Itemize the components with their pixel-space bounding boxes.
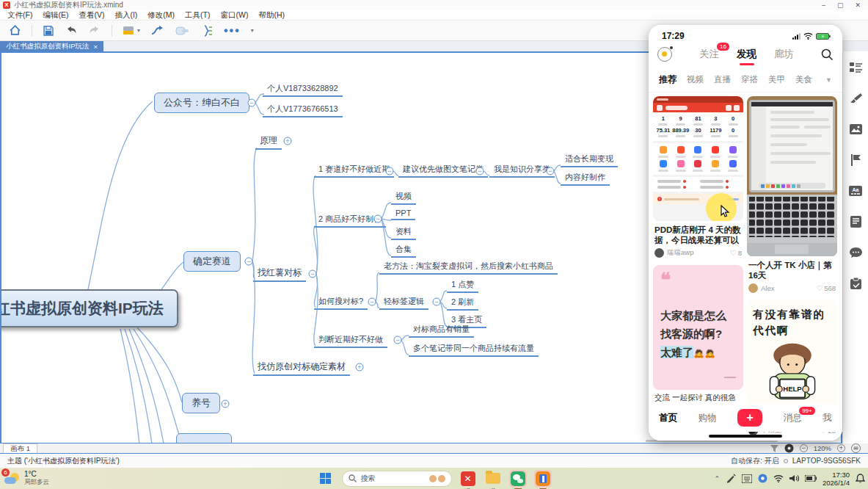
collapse-icon[interactable]: [309, 270, 317, 278]
home-indicator[interactable]: [709, 435, 782, 438]
mindmap-node-laofangfa[interactable]: 老方法：淘宝裂变虚拟词，然后搜索小红书商品: [379, 260, 558, 275]
more-tools-button[interactable]: •••: [224, 24, 241, 37]
redo-button[interactable]: [88, 25, 101, 37]
boundary-button[interactable]: [175, 25, 190, 37]
comment-icon[interactable]: [850, 247, 862, 258]
mindmap-node-ziliao[interactable]: 资料: [391, 225, 416, 240]
taskbar-mirror-app[interactable]: [534, 470, 552, 488]
like-button[interactable]: ♡568: [816, 284, 836, 292]
mindmap-node-zhaofang[interactable]: 找仿原创对标确定素材: [253, 360, 350, 376]
author-name[interactable]: Alex: [761, 284, 774, 292]
start-button[interactable]: [317, 470, 335, 488]
note-icon[interactable]: [850, 216, 861, 228]
undo-button[interactable]: [65, 25, 78, 37]
taskbar-explorer-app[interactable]: [484, 470, 502, 488]
taskbar-xmind-app[interactable]: ✕: [459, 470, 477, 488]
expand-icon[interactable]: [284, 137, 292, 145]
mindmap-node-duibiao-sales[interactable]: 对标商品有销量: [409, 323, 474, 338]
taskbar-clock[interactable]: 17:30 2026/1/4: [823, 471, 850, 487]
mindmap-node-jianyi[interactable]: 建议优先做图文笔记类: [398, 163, 488, 178]
outline-structure-icon[interactable]: [850, 62, 862, 73]
marker-flag-icon[interactable]: [850, 154, 861, 166]
nav-me[interactable]: 我: [823, 412, 832, 424]
menu-window[interactable]: 窗口(W): [221, 10, 249, 21]
nav-home[interactable]: 首页: [659, 412, 677, 424]
mindmap-node-panduan[interactable]: 判断近期好不好做: [314, 333, 387, 348]
mindmap-node-ppt[interactable]: PPT: [391, 208, 415, 220]
category-nail[interactable]: 美甲: [768, 74, 785, 85]
taskbar-weather-widget[interactable]: 6 1°C 局部多云: [4, 471, 49, 487]
collapse-icon[interactable]: [248, 99, 256, 107]
speaker-icon[interactable]: [789, 474, 799, 482]
ime-keyboard-icon[interactable]: [742, 474, 752, 483]
mindmap-node-v1[interactable]: 个人V18733628892: [263, 82, 343, 97]
mindmap-node-howsearch[interactable]: 如何搜对标?: [314, 295, 368, 310]
mindmap-node-shuaxin[interactable]: 2 刷新: [447, 296, 478, 311]
tab-close-icon[interactable]: ×: [93, 43, 98, 51]
card-title[interactable]: 一个人开 TK 小店｜第16天: [747, 256, 837, 282]
zoom-in-button[interactable]: +: [837, 444, 845, 452]
mindmap-node-qingbiaoqian[interactable]: 轻标签逻辑: [379, 295, 428, 310]
expand-icon[interactable]: [222, 400, 230, 408]
mindmap-node-gongzhonghao[interactable]: 公众号：绅白不白: [154, 93, 249, 113]
collapse-icon[interactable]: [386, 167, 394, 175]
author-name[interactable]: 瑞瑞awp: [667, 248, 693, 258]
summary-button[interactable]: [200, 24, 214, 37]
nav-shop[interactable]: 购物: [699, 412, 717, 424]
zoom-out-button[interactable]: −: [800, 444, 808, 452]
minimize-button[interactable]: –: [822, 1, 825, 9]
mindmap-node-dianzan[interactable]: 1 点赞: [447, 278, 478, 293]
menu-view[interactable]: 查看(V): [79, 10, 104, 21]
document-tab[interactable]: 小红书虚拟原创资料IP玩法 ×: [0, 41, 103, 51]
phone-search-icon[interactable]: [821, 48, 834, 61]
mindmap-node-central[interactable]: 小红书虚拟原创资料IP玩法: [0, 289, 178, 327]
tab-city[interactable]: 廊坊: [774, 48, 794, 61]
taskbar-wechat-app[interactable]: [509, 470, 527, 488]
collapse-icon[interactable]: [374, 215, 382, 223]
pen-input-icon[interactable]: [726, 474, 736, 483]
expand-icon[interactable]: [356, 363, 364, 372]
like-button[interactable]: ♡8: [730, 249, 742, 257]
avatar[interactable]: [654, 248, 664, 258]
category-expand-icon[interactable]: ▼: [825, 76, 832, 84]
mindmap-node-yuanli[interactable]: 原理: [255, 134, 282, 150]
category-recommend[interactable]: 推荐: [659, 73, 676, 86]
sticker-label-icon[interactable]: Aa: [849, 186, 862, 196]
menu-file[interactable]: 文件(F): [7, 10, 32, 21]
phone-mirror-window[interactable]: 17:29 ⚡ 关注16 发现 廊坊 推荐 视频 直播 穿搭 美甲 美食 ▼: [649, 25, 842, 441]
category-food[interactable]: 美食: [795, 74, 812, 85]
pin-view-icon[interactable]: [784, 443, 794, 453]
toolbar-dropdown-caret[interactable]: ▾: [251, 27, 254, 34]
notification-bell-icon[interactable]: [856, 474, 865, 483]
filter-icon[interactable]: [770, 445, 778, 452]
feed-card-tk[interactable]: 一个人开 TK 小店｜第16天 Alex ♡568: [747, 96, 837, 296]
tab-discover[interactable]: 发现: [737, 48, 756, 61]
collapse-icon[interactable]: [368, 298, 376, 306]
wifi-icon[interactable]: [773, 474, 784, 482]
collapse-icon[interactable]: [245, 258, 253, 266]
tab-follow[interactable]: 关注16: [699, 48, 719, 61]
tray-app-icon[interactable]: [758, 474, 767, 483]
taskbar-search[interactable]: 搜索: [342, 471, 452, 487]
mindmap-node-heji[interactable]: 合集: [391, 243, 416, 258]
relationship-button[interactable]: [150, 25, 165, 37]
mindmap-node-shipin[interactable]: 视频: [391, 190, 416, 205]
mindmap-node-neirong[interactable]: 内容好制作: [561, 171, 610, 186]
maximize-button[interactable]: ▢: [837, 1, 844, 9]
mindmap-node-clipped[interactable]: [176, 433, 232, 443]
collapse-icon[interactable]: [476, 167, 484, 175]
save-button[interactable]: [43, 25, 54, 37]
home-button[interactable]: [9, 24, 21, 37]
menu-help[interactable]: 帮助(H): [258, 10, 285, 21]
nav-post-button[interactable]: +: [737, 409, 762, 427]
sheet-tab[interactable]: 画布 1: [3, 443, 37, 453]
category-outfit[interactable]: 穿搭: [741, 74, 758, 85]
image-icon[interactable]: [850, 124, 862, 134]
nav-messages[interactable]: 消息99+: [784, 412, 802, 424]
feed-card-pdd[interactable]: 198130 75.31889.393011790: [653, 96, 743, 261]
menu-tools[interactable]: 工具(T): [185, 10, 210, 21]
collapse-icon[interactable]: [547, 167, 555, 175]
avatar[interactable]: [748, 283, 758, 293]
collapse-icon[interactable]: [394, 336, 402, 344]
category-live[interactable]: 直播: [714, 74, 731, 85]
